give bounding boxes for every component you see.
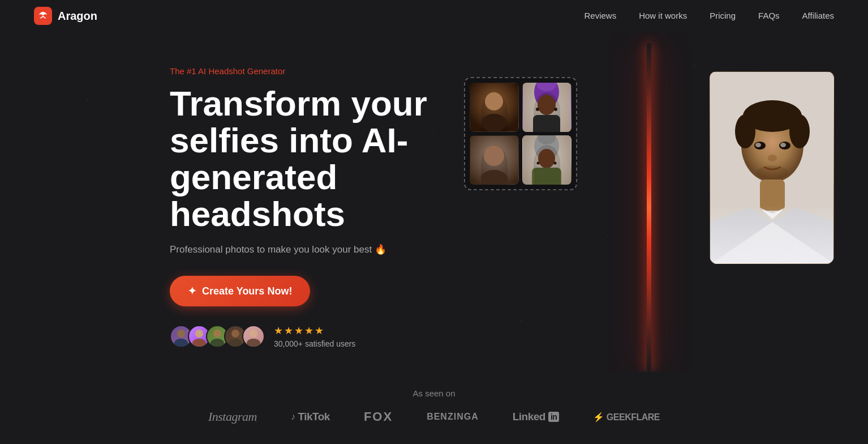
svg-point-25 <box>538 149 555 168</box>
tiktok-label: TikTok <box>298 411 329 423</box>
brand-linkedin: Linkedin <box>513 411 560 423</box>
before-photo-1 <box>470 83 519 132</box>
tiktok-icon: ♪ <box>291 412 295 422</box>
svg-rect-41 <box>760 180 785 211</box>
logo[interactable]: Aragon <box>34 7 97 25</box>
svg-point-3 <box>192 339 206 347</box>
svg-point-37 <box>755 143 761 147</box>
hero-tag: The #1 AI Headshot Generator <box>170 66 464 76</box>
svg-point-0 <box>177 330 185 338</box>
svg-point-4 <box>213 330 221 338</box>
logo-text: Aragon <box>58 10 97 23</box>
star-3: ★ <box>294 325 303 337</box>
after-photo <box>710 71 834 264</box>
svg-rect-20 <box>470 136 518 184</box>
svg-point-7 <box>229 339 242 347</box>
hero-section: The #1 AI Headshot Generator Transform y… <box>0 32 868 372</box>
before-photo-4 <box>522 135 571 185</box>
svg-rect-27 <box>532 168 561 185</box>
svg-point-21 <box>484 146 504 166</box>
brand-instagram: Instagram <box>208 409 257 424</box>
as-seen-label: As seen on <box>34 388 834 398</box>
geekflare-label: ⚡ GEEKFLARE <box>593 412 660 422</box>
rating-text: 30,000+ satisfied users <box>274 339 355 348</box>
spark-icon: ✦ <box>188 285 196 297</box>
nav-item-affiliates[interactable]: Affiliates <box>802 11 834 20</box>
before-photo-2 <box>522 83 571 132</box>
star-5: ★ <box>315 325 324 337</box>
stars: ★ ★ ★ ★ ★ <box>274 325 355 337</box>
instagram-label: Instagram <box>208 409 257 424</box>
svg-point-11 <box>485 92 503 110</box>
before-photo-3 <box>470 135 519 185</box>
brand-benzinga: BENZINGA <box>427 412 479 422</box>
svg-point-29 <box>554 161 557 164</box>
brand-tiktok: ♪ TikTok <box>291 411 330 423</box>
svg-point-42 <box>757 166 788 180</box>
star-2: ★ <box>284 325 293 337</box>
avatars <box>170 325 265 348</box>
svg-point-33 <box>735 114 755 148</box>
svg-point-38 <box>780 143 786 147</box>
navbar: Aragon Reviews How it works Pricing FAQs… <box>0 0 868 32</box>
laser-beam <box>647 43 651 372</box>
svg-point-39 <box>768 155 777 161</box>
svg-point-22 <box>480 170 508 184</box>
svg-point-6 <box>231 330 239 338</box>
avatar-5 <box>242 325 265 348</box>
star-1: ★ <box>274 325 283 337</box>
svg-point-1 <box>174 339 188 347</box>
hero-content: The #1 AI Headshot Generator Transform y… <box>170 66 464 348</box>
after-photo-face <box>710 72 833 263</box>
as-seen-on-section: As seen on Instagram ♪ TikTok FOX BENZIN… <box>0 372 868 436</box>
svg-point-5 <box>210 339 224 347</box>
hero-subtitle: Professional photos to make you look you… <box>170 244 464 255</box>
svg-point-8 <box>250 330 257 338</box>
svg-rect-17 <box>533 115 560 133</box>
svg-point-15 <box>538 95 556 115</box>
svg-point-9 <box>247 339 260 347</box>
brand-fox: FOX <box>364 409 393 424</box>
cta-button[interactable]: ✦ Create Yours Now! <box>170 276 310 306</box>
svg-rect-10 <box>470 83 518 131</box>
social-proof: ★ ★ ★ ★ ★ 30,000+ satisfied users <box>170 325 464 348</box>
nav-item-how-it-works[interactable]: How it works <box>639 11 687 20</box>
svg-point-19 <box>554 108 557 111</box>
hero-images <box>464 60 834 355</box>
rating-block: ★ ★ ★ ★ ★ 30,000+ satisfied users <box>274 325 355 348</box>
svg-point-34 <box>789 114 810 148</box>
brand-geekflare: ⚡ GEEKFLARE <box>593 412 660 422</box>
svg-point-2 <box>195 330 203 338</box>
svg-point-28 <box>537 161 540 164</box>
star-4: ★ <box>304 325 313 337</box>
nav-links: Reviews How it works Pricing FAQs Affili… <box>585 11 835 21</box>
logo-icon <box>34 7 52 25</box>
before-photos <box>464 77 577 190</box>
benzinga-label: BENZINGA <box>427 412 479 422</box>
svg-point-12 <box>482 114 506 131</box>
svg-point-18 <box>536 108 539 111</box>
nav-item-pricing[interactable]: Pricing <box>710 11 736 20</box>
logos-row: Instagram ♪ TikTok FOX BENZINGA Linkedin… <box>34 409 834 424</box>
svg-rect-40 <box>710 222 834 264</box>
cta-label: Create Yours Now! <box>202 285 292 297</box>
fox-label: FOX <box>364 409 393 424</box>
linkedin-in-box: in <box>548 412 559 422</box>
nav-item-faqs[interactable]: FAQs <box>758 11 780 20</box>
nav-item-reviews[interactable]: Reviews <box>585 11 617 20</box>
hero-title: Transform your selfies into AI-generated… <box>170 85 464 232</box>
